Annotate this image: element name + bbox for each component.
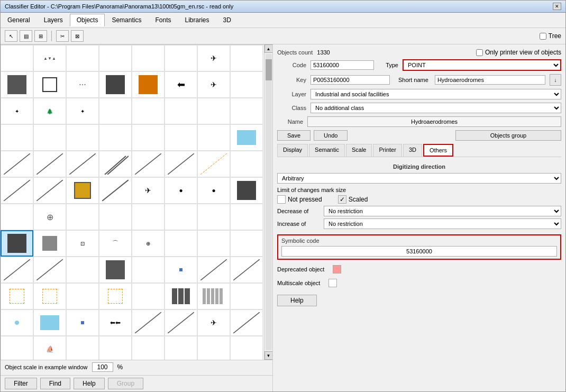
- grid-cell[interactable]: [165, 98, 197, 124]
- tab-fonts[interactable]: Fonts: [148, 14, 178, 26]
- grid-cell[interactable]: [230, 124, 263, 151]
- grid-cell[interactable]: ⛵: [33, 336, 66, 360]
- decrease-select[interactable]: No restriction: [324, 206, 561, 216]
- tab-printer[interactable]: Printer: [373, 144, 401, 157]
- grid-cell[interactable]: [66, 177, 99, 204]
- find-button[interactable]: Find: [40, 378, 70, 389]
- grid-cell[interactable]: [66, 124, 99, 151]
- tab-semantics[interactable]: Semantics: [105, 14, 148, 26]
- grid-cell[interactable]: [99, 177, 132, 204]
- grid-cell[interactable]: [132, 45, 165, 71]
- grid-cell[interactable]: [197, 230, 230, 257]
- grid-cell[interactable]: ⊡: [66, 230, 99, 257]
- grid-cell[interactable]: [1, 151, 33, 177]
- grid-cell[interactable]: [230, 283, 263, 309]
- undo-button[interactable]: Undo: [314, 130, 348, 141]
- tab-3d[interactable]: 3D: [216, 14, 238, 26]
- toolbar-btn-4[interactable]: ✂: [56, 30, 69, 42]
- tab-display[interactable]: Display: [277, 144, 308, 157]
- objects-group-button[interactable]: Objects group: [455, 130, 561, 141]
- grid-cell[interactable]: [1, 124, 33, 151]
- grid-cell[interactable]: [33, 71, 66, 98]
- grid-cell[interactable]: [165, 336, 197, 360]
- grid-cell[interactable]: [132, 151, 165, 177]
- grid-cell[interactable]: [132, 257, 165, 283]
- grid-cell[interactable]: [99, 98, 132, 124]
- grid-cell[interactable]: [33, 151, 66, 177]
- grid-cell[interactable]: ●: [197, 177, 230, 204]
- grid-cell[interactable]: [33, 177, 66, 204]
- grid-cell[interactable]: [1, 45, 33, 71]
- increase-select[interactable]: No restriction: [324, 218, 561, 229]
- grid-cell[interactable]: [165, 230, 197, 257]
- grid-cell[interactable]: [230, 309, 263, 336]
- grid-cell[interactable]: [197, 204, 230, 230]
- group-button[interactable]: Group: [108, 378, 143, 389]
- grid-cell[interactable]: [99, 283, 132, 309]
- tab-others[interactable]: Others: [423, 144, 453, 157]
- grid-cell[interactable]: [1, 283, 33, 309]
- grid-cell[interactable]: ⌒: [99, 230, 132, 257]
- filter-button[interactable]: Filter: [5, 378, 37, 389]
- grid-cell[interactable]: [165, 309, 197, 336]
- grid-cell[interactable]: [66, 257, 99, 283]
- grid-cell[interactable]: [33, 124, 66, 151]
- grid-cell[interactable]: ⬅: [165, 71, 197, 98]
- grid-cell[interactable]: [99, 151, 132, 177]
- grid-cell[interactable]: [165, 283, 197, 309]
- grid-cell[interactable]: [99, 71, 132, 98]
- tree-checkbox[interactable]: [540, 33, 546, 40]
- scroll-up-btn[interactable]: ▲: [264, 44, 273, 53]
- grid-cell[interactable]: ✈: [197, 71, 230, 98]
- toolbar-btn-2[interactable]: ▤: [20, 30, 32, 42]
- grid-cell[interactable]: [132, 336, 165, 360]
- grid-cell[interactable]: [230, 204, 263, 230]
- grid-cell[interactable]: [197, 257, 230, 283]
- tab-layers[interactable]: Layers: [37, 14, 70, 26]
- grid-cell[interactable]: ✈: [197, 309, 230, 336]
- tab-objects[interactable]: Objects: [70, 14, 105, 26]
- help-button[interactable]: Help: [277, 295, 317, 306]
- grid-cell[interactable]: [99, 124, 132, 151]
- grid-cell[interactable]: [1, 204, 33, 230]
- tab-libraries[interactable]: Libraries: [178, 14, 216, 26]
- grid-cell[interactable]: [230, 98, 263, 124]
- grid-cell[interactable]: ✈: [197, 45, 230, 71]
- grid-cell[interactable]: [99, 257, 132, 283]
- grid-cell[interactable]: [1, 336, 33, 360]
- scale-input[interactable]: [92, 362, 113, 372]
- shortname-input[interactable]: [435, 75, 545, 85]
- grid-cell[interactable]: [197, 98, 230, 124]
- grid-cell[interactable]: [132, 309, 165, 336]
- deprecated-checkbox[interactable]: [333, 265, 341, 274]
- scroll-track[interactable]: [266, 54, 272, 350]
- grid-cell[interactable]: ✦: [1, 98, 33, 124]
- scroll-down-btn[interactable]: ▼: [264, 351, 273, 360]
- printer-checkbox[interactable]: [476, 49, 483, 56]
- grid-cell[interactable]: ▲▼▲: [33, 45, 66, 71]
- grid-cell[interactable]: [33, 230, 66, 257]
- tab-3d[interactable]: 3D: [403, 144, 422, 157]
- grid-cell[interactable]: [197, 283, 230, 309]
- grid-cell[interactable]: [230, 177, 263, 204]
- grid-cell[interactable]: [132, 283, 165, 309]
- grid-cell[interactable]: [99, 45, 132, 71]
- grid-cell[interactable]: [132, 98, 165, 124]
- grid-cell[interactable]: [66, 45, 99, 71]
- close-button[interactable]: ✕: [553, 3, 561, 10]
- grid-cell[interactable]: ⊕: [33, 204, 66, 230]
- grid-cell[interactable]: [66, 204, 99, 230]
- direction-select[interactable]: Arbitrary: [277, 173, 561, 184]
- shortname-down-btn[interactable]: ↓: [550, 74, 561, 86]
- not-pressed-checkbox[interactable]: [277, 195, 286, 204]
- multiscale-checkbox[interactable]: [328, 279, 337, 287]
- grid-cell[interactable]: [99, 336, 132, 360]
- tab-semantic[interactable]: Semantic: [309, 144, 345, 157]
- grid-cell[interactable]: [132, 204, 165, 230]
- grid-cell[interactable]: [197, 124, 230, 151]
- scaled-checkbox[interactable]: ✓: [338, 195, 346, 204]
- grid-cell-selected[interactable]: [1, 230, 33, 257]
- grid-cell[interactable]: [230, 336, 263, 360]
- grid-cell[interactable]: [230, 230, 263, 257]
- grid-cell[interactable]: [66, 336, 99, 360]
